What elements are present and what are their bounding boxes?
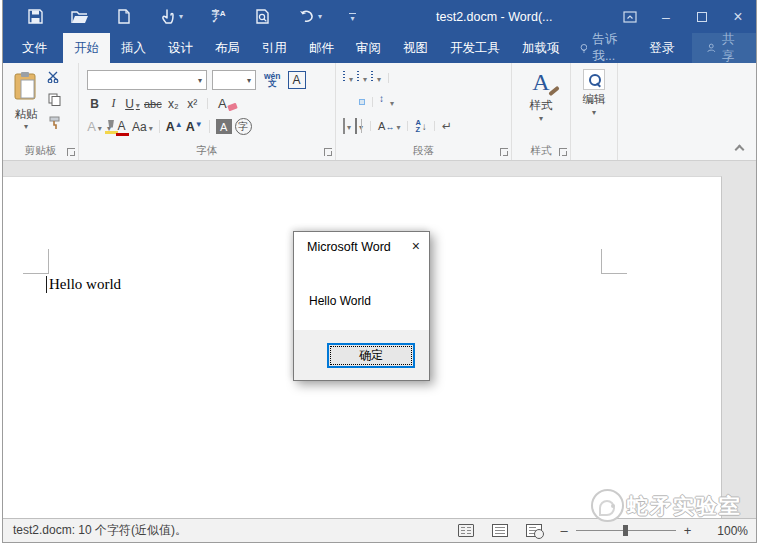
close-button[interactable]: × <box>720 0 756 33</box>
tab-developer[interactable]: 开发工具 <box>439 33 511 63</box>
editing-button-label: 编辑 <box>571 92 617 107</box>
tell-me-box[interactable]: 告诉我... <box>571 33 640 63</box>
shrink-font-button[interactable]: A▼ <box>186 120 203 134</box>
chevron-down-icon: ▾ <box>571 108 617 117</box>
touch-mouse-mode-button[interactable]: ▾ <box>159 8 183 25</box>
customize-qat-button[interactable]: ▾ <box>349 13 356 21</box>
paste-button[interactable]: 粘贴 ▾ <box>9 71 43 131</box>
lightbulb-icon <box>580 42 588 55</box>
undo-button[interactable]: ▾ <box>298 8 322 25</box>
clear-formatting-button[interactable]: A <box>215 96 230 111</box>
styles-button[interactable]: A 样式 ▾ <box>512 69 570 123</box>
character-border-button[interactable]: A <box>288 71 306 89</box>
bold-button[interactable]: B <box>87 97 102 111</box>
web-layout-button[interactable] <box>526 524 542 537</box>
distribute-button-selected[interactable] <box>359 99 365 105</box>
search-icon <box>588 73 601 86</box>
tab-references[interactable]: 引用 <box>251 33 298 63</box>
new-document-icon[interactable] <box>115 8 132 25</box>
phonetic-guide-button[interactable]: wén 文 <box>264 73 281 87</box>
tab-mailings[interactable]: 邮件 <box>298 33 345 63</box>
dialog-message: Hello World <box>309 294 371 308</box>
zoom-slider-thumb[interactable] <box>623 525 628 536</box>
change-case-button[interactable]: Aa <box>132 120 153 134</box>
word-count-status[interactable]: test2.docm: 10 个字符(近似值)。 <box>13 522 187 539</box>
tab-view[interactable]: 视图 <box>392 33 439 63</box>
cut-button[interactable] <box>47 71 61 86</box>
clipboard-dialog-launcher[interactable] <box>67 148 75 156</box>
subscript-button[interactable]: x₂ <box>166 97 181 111</box>
asian-layout-button[interactable]: A↔ <box>378 120 400 132</box>
styles-dialog-launcher[interactable] <box>559 148 567 156</box>
open-icon[interactable] <box>71 8 88 25</box>
clipboard-group: 粘贴 ▾ 剪贴板 <box>3 63 78 160</box>
tab-addins[interactable]: 加载项 <box>511 33 571 63</box>
bullet-list-button[interactable] <box>343 71 353 85</box>
share-button[interactable]: 共享 <box>692 33 756 63</box>
ribbon-tab-row: 文件 开始 插入 设计 布局 引用 邮件 审阅 视图 开发工具 加载项 告诉我.… <box>3 33 756 63</box>
editing-button[interactable]: 编辑 ▾ <box>571 69 617 117</box>
copy-button[interactable] <box>48 93 61 109</box>
touch-mode-icon <box>159 8 176 25</box>
chevron-down-icon: ▾ <box>9 122 43 131</box>
ribbon-display-options-button[interactable] <box>612 0 648 33</box>
font-dialog-launcher[interactable] <box>324 148 332 156</box>
zoom-slider[interactable] <box>576 530 676 531</box>
margin-crop-mark-left-vertical <box>48 249 49 274</box>
underline-button[interactable]: U <box>125 97 140 111</box>
spelling-grammar-icon[interactable]: 字A✓ <box>210 8 227 25</box>
scale-arrows-icon: ↔ <box>385 122 394 132</box>
font-size-combobox[interactable]: ▾ <box>212 70 256 90</box>
tab-layout[interactable]: 布局 <box>204 33 251 63</box>
tell-me-label: 告诉我... <box>592 31 630 65</box>
superscript-button[interactable]: x² <box>185 97 200 111</box>
show-hide-marks-button[interactable]: ↵ <box>442 119 452 133</box>
editing-group: 编辑 ▾ <box>570 63 617 160</box>
font-name-combobox[interactable]: ▾ <box>87 70 207 90</box>
styles-brush-icon: A <box>532 69 549 96</box>
margin-crop-mark-right-horizontal <box>601 273 627 274</box>
sort-button[interactable]: AZ ↓ <box>415 119 426 133</box>
paragraph-dialog-launcher[interactable] <box>500 148 508 156</box>
tab-insert[interactable]: 插入 <box>110 33 157 63</box>
print-layout-button[interactable] <box>492 524 508 537</box>
tab-home[interactable]: 开始 <box>63 33 110 63</box>
multilevel-list-button[interactable] <box>371 71 381 85</box>
save-icon[interactable] <box>27 8 44 25</box>
ok-button[interactable]: 确定 <box>327 343 415 368</box>
enclose-characters-button[interactable]: 字 <box>235 118 252 135</box>
zoom-out-button[interactable]: – <box>560 523 567 538</box>
read-mode-button[interactable] <box>458 524 474 537</box>
shrink-font-label: A <box>186 120 195 134</box>
tab-design[interactable]: 设计 <box>157 33 204 63</box>
strikethrough-button[interactable]: abc <box>144 98 162 110</box>
numbered-list-button[interactable] <box>357 71 367 85</box>
print-preview-icon[interactable] <box>254 8 271 25</box>
grow-font-button[interactable]: A▲ <box>166 120 183 134</box>
styles-button-label: 样式 <box>512 98 570 113</box>
line-spacing-button[interactable] <box>380 95 394 109</box>
zoom-level[interactable]: 100% <box>717 524 748 538</box>
italic-button[interactable]: I <box>106 96 121 111</box>
text-effects-button[interactable]: A <box>87 119 102 134</box>
maximize-button[interactable] <box>684 0 720 33</box>
sign-in-button[interactable]: 登录 <box>639 33 684 63</box>
tab-file[interactable]: 文件 <box>6 33 63 63</box>
highlight-color-button[interactable] <box>105 120 111 134</box>
phonetic-bottom-label: 文 <box>268 78 277 88</box>
format-painter-button[interactable] <box>48 116 61 133</box>
sort-z-label: Z <box>415 126 420 133</box>
minimize-button[interactable]: – <box>648 0 684 33</box>
styles-group: A 样式 ▾ 样式 <box>511 63 570 160</box>
character-shading-button[interactable]: A <box>216 119 232 134</box>
font-color-button[interactable]: A <box>114 119 129 134</box>
borders-button[interactable] <box>355 119 363 133</box>
font-group-label: 字体 <box>79 144 335 158</box>
zoom-in-button[interactable]: + <box>684 523 692 538</box>
chevron-down-icon: ▾ <box>512 114 570 123</box>
paste-clipboard-icon <box>13 71 39 101</box>
shading-button[interactable] <box>343 119 351 133</box>
dialog-close-button[interactable]: × <box>412 238 420 254</box>
document-text[interactable]: Hello world <box>49 276 121 293</box>
tab-review[interactable]: 审阅 <box>345 33 392 63</box>
